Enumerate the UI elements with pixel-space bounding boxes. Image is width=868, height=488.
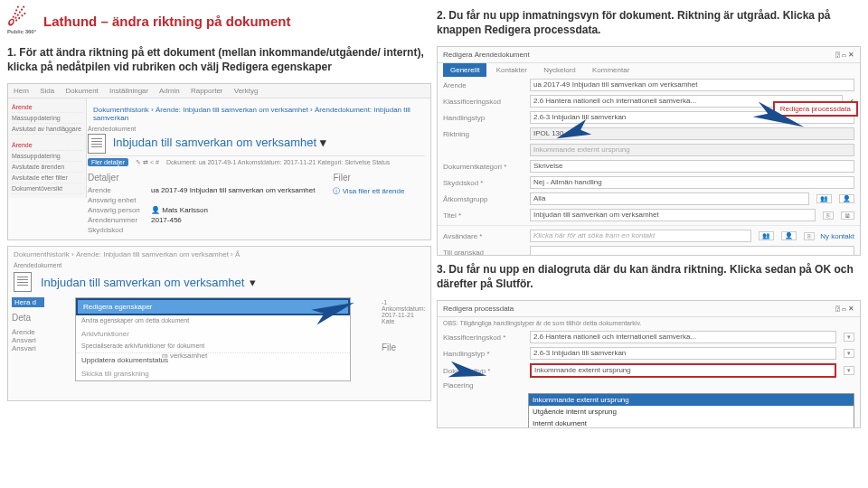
window-controls: ⍰ ▭ ✕ [835,305,854,313]
label: Klassificeringskod * [443,333,524,342]
sidebar-item[interactable]: Avslutad av handläggare [12,124,82,135]
label: Ärendenummer [88,216,151,224]
field[interactable] [530,246,854,256]
crumb[interactable]: Ärende: Inbjudan till samverkan om verks… [156,106,308,114]
document-icon [14,272,32,292]
dialog-titlebar: Redigera Ärendedokument ⍰ ▭ ✕ [438,47,860,63]
files-info[interactable]: Visa filer ett ärende [343,187,405,195]
screenshot-4-dialog2: Redigera processdata ⍰ ▭ ✕ OBS: Tillgäng… [437,300,861,428]
label-fragment: Ansvari [12,336,44,344]
logo: ☄Public 360° [7,7,36,35]
chevron-down-icon[interactable]: ▾ [844,349,854,358]
chevron-down-icon[interactable]: ▾ [844,366,854,375]
doc-meta: Dokument: ua 2017-49-1 Ankomstdatum: 201… [166,159,390,165]
menu-heading: Arkivfunktioner [76,327,350,341]
menu-item[interactable]: Sida [40,87,54,95]
document-title-row: Inbjudan till samverkan om verksamhet ▾ [88,132,425,156]
field[interactable]: ua 2017-49 Inbjudan till samverkan om ve… [530,79,854,91]
dialog-tabs: Generellt Kontakter Nyckelord Kommentar [438,63,860,77]
sidebar-item[interactable]: Massuppdatering [12,113,82,124]
group-icon[interactable]: 👥 [816,194,832,203]
menu-subtitle: Specialiserade arkivfunktioner för dokum… [76,341,350,352]
copy-icon[interactable]: ⎘ [823,211,834,220]
tab-contacts[interactable]: Kontakter [489,63,534,77]
label: Handlingstyp [443,114,524,122]
document-type-field[interactable]: Inkommande externt ursprung [530,363,836,378]
text-fragment: m verksamhet [162,352,207,360]
document-title-row: Inbjudan till samverkan om verksamhet ▾ [8,268,430,296]
label: Ansvarig enhet [88,196,151,204]
crumb[interactable]: Dokumenthistorik [93,106,149,114]
files-heading-fragment: File [382,343,427,352]
side-chip[interactable]: Hera d [12,297,44,307]
chip-row: Fler detaljer ✎⇄<# Dokument: ua 2017-49-… [88,156,425,169]
user-icon[interactable]: 👤 [839,194,854,203]
label: Skyddskod [88,226,151,234]
label: Skyddskod * [443,179,524,187]
step-2-text: 2. Du får nu upp inmatningsvyn för dokum… [437,9,861,37]
menu-item[interactable]: Rapporter [191,87,223,95]
files-heading: Filer [333,171,404,184]
label: Dokumentkategori * [443,163,524,171]
dropdown-options: Inkommande externt ursprung Utgående int… [528,393,854,428]
details-chip[interactable]: Fler detaljer [88,158,128,166]
chevron-down-icon[interactable]: ▾ [844,333,854,342]
label: Ärende [443,81,524,89]
value[interactable]: Mats Karlsson [162,206,208,214]
menu-heading: Skicka till granskning [76,367,350,380]
step-3-text: 3. Du får nu upp en dialogruta där du ka… [437,263,861,291]
chevron-down-icon[interactable]: ▾ [320,136,326,150]
label: Riktning [443,130,524,138]
document-title[interactable]: Inbjudan till samverkan om verksamhet [113,136,316,150]
screenshot-3-dialog: Redigera Ärendedokument ⍰ ▭ ✕ Generellt … [437,46,861,256]
breadcrumb-faded: Dokumenthistorik › Ärende: Inbjudan till… [8,247,430,262]
option[interactable]: Internt dokument [529,418,854,428]
section-fragment: Deta [12,313,44,323]
option[interactable]: Utgående internt ursprung [529,406,854,418]
tab-general[interactable]: Generellt [443,63,486,77]
field[interactable]: Skrivelse [530,160,854,173]
dialog-title: Redigera processdata [443,305,514,313]
label: Titel * [443,211,524,220]
label: Ärende [88,186,151,194]
sidebar-heading: Ärende [12,102,82,113]
dialog-titlebar: Redigera processdata ⍰ ▭ ✕ [438,301,860,317]
field[interactable]: Klicka här för att söka fram en kontakt [530,230,751,242]
sidebar-heading: Ärende [12,140,82,151]
document-icon [88,134,106,154]
new-contact-link[interactable]: Ny kontakt [820,232,854,240]
tab-comment[interactable]: Kommentar [585,63,637,77]
menu-item[interactable]: Hem [14,87,29,95]
page-header: ☄Public 360° Lathund – ändra riktning på… [7,7,431,35]
field[interactable]: Alla [530,192,809,205]
doc-icon[interactable]: 🗎 [841,211,854,220]
label: Till granskad [443,249,524,257]
field[interactable]: 2.6 Hantera nationell och internationell… [530,331,836,343]
sidebar-item[interactable]: Massuppdatering [12,151,82,162]
menu-item[interactable]: Verktyg [234,87,259,95]
menu-item[interactable]: Inställningar [109,87,148,95]
menu-item[interactable]: Uppdatera dokumentstatus [76,352,350,367]
field[interactable]: Nej - Allmän handling [530,176,854,189]
field[interactable]: 2.6-3 Inbjudan till samverkan [530,347,836,360]
label: Åtkomstgrupp [443,195,524,203]
menu-item[interactable]: Dokument [65,87,98,95]
label: Ansvarig person [88,206,151,214]
menu-item[interactable]: Admin [159,87,180,95]
chevron-down-icon[interactable]: ▾ [250,276,256,289]
tab-keywords[interactable]: Nyckelord [536,63,583,77]
screenshot-2-popup: Dokumenthistorik › Ärende: Inbjudan till… [7,246,431,401]
label: Klassificeringskod [443,98,524,106]
meta-fragment: -1 Ankomstdatum: 2017-11-21 Kate [382,299,427,324]
option-selected[interactable]: Inkommande externt ursprung [529,394,854,406]
value[interactable]: ua 2017-49 Inbjudan till samverkan om ve… [151,186,315,194]
document-title[interactable]: Inbjudan till samverkan om verksamhet [41,276,244,289]
window-controls: ⍰ ▭ ✕ [835,51,854,59]
dialog-note: OBS: Tillgängliga handlingstyper är de s… [438,317,860,329]
app-topmenu: Hem Sida Dokument Inställningar Admin Ra… [8,84,430,99]
sidebar-item[interactable]: Avslutade ärenden [12,162,82,173]
sidebar-item[interactable]: Avslutade efter filter [12,173,82,183]
sidebar-item[interactable]: Dokumentöversikt [12,183,82,194]
details-block: Detaljer Ärendeua 2017-49 Inbjudan till … [88,169,425,234]
field[interactable]: Inbjudan till samverkan om verksamhet [530,209,816,221]
